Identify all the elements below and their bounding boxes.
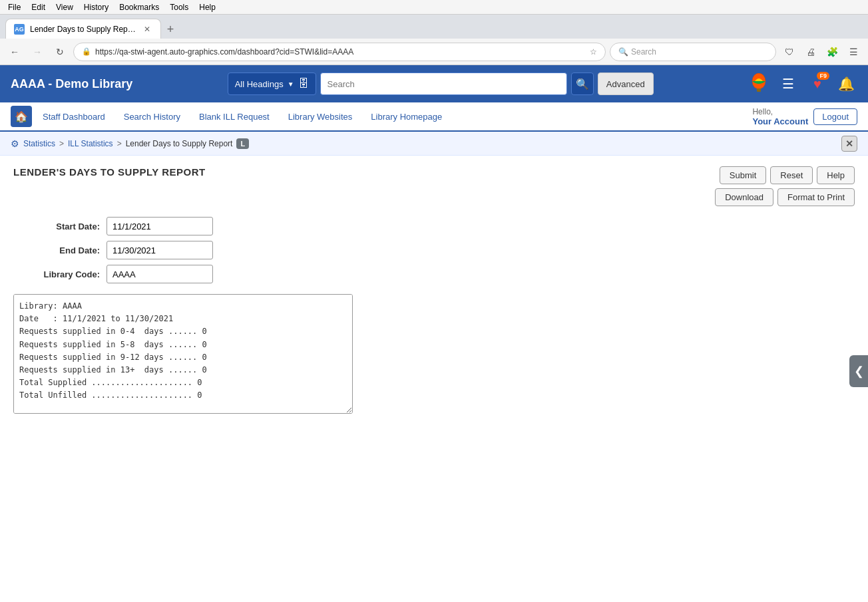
print-button[interactable]: 🖨 xyxy=(801,43,820,61)
breadcrumb-ill-statistics[interactable]: ILL Statistics xyxy=(68,139,113,148)
breadcrumb-current: Lender Days to Supply Report xyxy=(126,139,233,148)
balloon-button[interactable] xyxy=(748,73,769,94)
start-date-row: Start Date: xyxy=(13,217,855,235)
app-logo: AAAA - Demo Library xyxy=(11,77,132,91)
address-bar: ← → ↻ 🔒 https://qa-stwi-agent.auto-graph… xyxy=(0,39,868,65)
breadcrumb-icon: ⚙ xyxy=(11,138,19,149)
favorites-badge: F9 xyxy=(817,72,829,80)
start-date-input[interactable] xyxy=(107,217,213,235)
logout-button[interactable]: Logout xyxy=(813,108,857,125)
menu-view[interactable]: View xyxy=(51,1,79,13)
search-icon: 🔍 xyxy=(618,47,628,57)
download-button[interactable]: Download xyxy=(715,188,773,206)
menu-edit[interactable]: Edit xyxy=(26,1,51,13)
browser-search-label: Search xyxy=(631,47,656,57)
header-actions: ☰ ♥ F9 🔔 xyxy=(748,73,857,94)
url-bar[interactable]: 🔒 https://qa-stwi-agent.auto-graphics.co… xyxy=(73,43,606,61)
breadcrumb-sep-1: > xyxy=(59,139,64,148)
url-text: https://qa-stwi-agent.auto-graphics.com/… xyxy=(95,47,586,57)
menu-history[interactable]: History xyxy=(79,1,114,13)
reset-button[interactable]: Reset xyxy=(770,166,813,184)
notifications-button[interactable]: 🔔 xyxy=(836,73,857,94)
report-title: LENDER'S DAYS TO SUPPLY REPORT xyxy=(13,166,206,178)
menu-tools[interactable]: Tools xyxy=(164,1,194,13)
report-output-container xyxy=(13,294,855,416)
extensions-button[interactable]: 🧩 xyxy=(823,43,841,61)
nav-staff-dashboard[interactable]: Staff Dashboard xyxy=(35,108,113,126)
browser-actions: 🛡 🖨 🧩 ☰ xyxy=(780,43,863,61)
nav-search-history[interactable]: Search History xyxy=(116,108,188,126)
nav-library-websites[interactable]: Library Websites xyxy=(280,108,361,126)
menu-help[interactable]: Help xyxy=(194,1,221,13)
menu-bar: File Edit View History Bookmarks Tools H… xyxy=(0,0,868,15)
search-type-dropdown[interactable]: All Headings ▼ 🗄 xyxy=(228,73,316,95)
action-row-2: Download Format to Print xyxy=(715,188,855,206)
list-view-button[interactable]: ☰ xyxy=(777,73,799,94)
security-icon: 🔒 xyxy=(82,47,91,56)
tab-close-button[interactable]: ✕ xyxy=(142,24,152,35)
report-actions: Submit Reset Help Download Format to Pri… xyxy=(715,166,855,206)
nav-blank-ill-request[interactable]: Blank ILL Request xyxy=(191,108,278,126)
app-header: AAAA - Demo Library All Headings ▼ 🗄 🔍 A… xyxy=(0,65,868,102)
breadcrumb-badge: L xyxy=(236,138,249,149)
end-date-input[interactable] xyxy=(107,241,213,259)
search-input[interactable] xyxy=(320,73,567,95)
tab-label: Lender Days to Supply Report xyxy=(30,25,136,34)
active-tab[interactable]: AG Lender Days to Supply Report ✕ xyxy=(5,19,161,39)
tab-bar: AG Lender Days to Supply Report ✕ + xyxy=(0,15,868,39)
browser-search-bar[interactable]: 🔍 Search xyxy=(610,43,776,61)
report-output-textarea[interactable] xyxy=(13,294,353,414)
start-date-label: Start Date: xyxy=(13,222,100,231)
advanced-search-button[interactable]: Advanced xyxy=(598,73,654,95)
shield-button[interactable]: 🛡 xyxy=(780,43,799,61)
end-date-label: End Date: xyxy=(13,245,100,255)
reload-button[interactable]: ↻ xyxy=(51,43,69,61)
collapse-panel-button[interactable]: ❮ xyxy=(849,355,868,387)
hello-text: Hello, Your Account xyxy=(752,107,808,126)
account-section: Hello, Your Account Logout xyxy=(752,107,857,126)
search-button[interactable]: 🔍 xyxy=(571,73,594,95)
dropdown-chevron-icon: ▼ xyxy=(288,80,294,88)
favorites-button[interactable]: ♥ F9 xyxy=(807,73,828,94)
account-name[interactable]: Your Account xyxy=(752,116,808,126)
search-section: All Headings ▼ 🗄 🔍 Advanced xyxy=(228,73,654,95)
bookmark-icon[interactable]: ☆ xyxy=(590,47,597,57)
form-section: Start Date: End Date: Library Code: xyxy=(13,217,855,283)
main-content: LENDER'S DAYS TO SUPPLY REPORT Submit Re… xyxy=(0,156,868,426)
breadcrumb-sep-2: > xyxy=(117,139,122,148)
new-tab-button[interactable]: + xyxy=(161,20,180,39)
end-date-row: End Date: xyxy=(13,241,855,259)
menu-bookmarks[interactable]: Bookmarks xyxy=(114,1,164,13)
breadcrumb-statistics[interactable]: Statistics xyxy=(23,139,55,148)
home-button[interactable]: 🏠 xyxy=(11,106,32,127)
database-icon: 🗄 xyxy=(298,78,309,90)
svg-rect-2 xyxy=(757,88,761,92)
action-row-1: Submit Reset Help xyxy=(720,166,855,184)
close-breadcrumb-button[interactable]: ✕ xyxy=(841,136,857,152)
menu-button[interactable]: ☰ xyxy=(844,43,863,61)
library-code-row: Library Code: xyxy=(13,265,855,283)
balloon-icon xyxy=(750,73,768,94)
nav-bar: 🏠 Staff Dashboard Search History Blank I… xyxy=(0,102,868,132)
back-button[interactable]: ← xyxy=(5,43,24,61)
menu-file[interactable]: File xyxy=(3,1,26,13)
help-button[interactable]: Help xyxy=(817,166,855,184)
submit-button[interactable]: Submit xyxy=(720,166,766,184)
search-type-label: All Headings xyxy=(235,79,284,89)
forward-button[interactable]: → xyxy=(28,43,47,61)
library-code-input[interactable] xyxy=(107,265,213,283)
app-container: AAAA - Demo Library All Headings ▼ 🗄 🔍 A… xyxy=(0,65,868,602)
nav-library-homepage[interactable]: Library Homepage xyxy=(363,108,450,126)
library-code-label: Library Code: xyxy=(13,269,100,279)
format-to-print-button[interactable]: Format to Print xyxy=(777,188,855,206)
tab-favicon: AG xyxy=(14,24,25,35)
report-header: LENDER'S DAYS TO SUPPLY REPORT Submit Re… xyxy=(13,166,855,206)
breadcrumb-bar: ⚙ Statistics > ILL Statistics > Lender D… xyxy=(0,132,868,156)
